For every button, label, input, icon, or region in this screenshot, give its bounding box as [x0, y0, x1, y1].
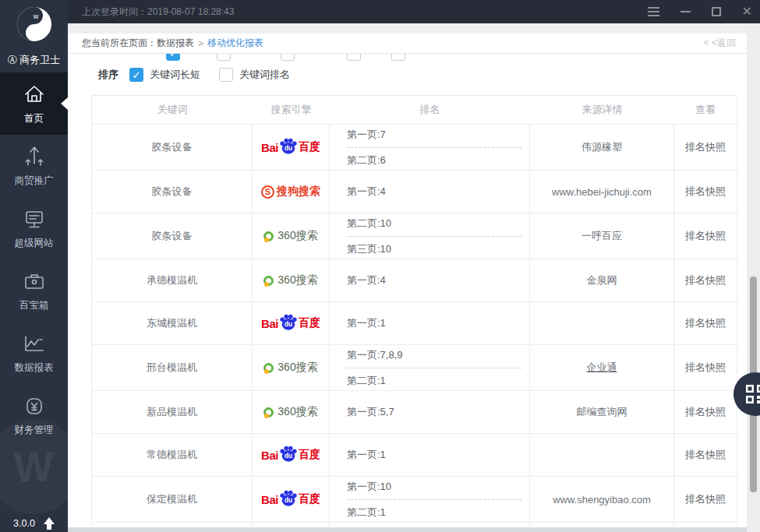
- column-header: 关键词: [92, 103, 253, 117]
- back-link[interactable]: < <返回: [704, 37, 736, 50]
- source-text[interactable]: 企业通: [587, 361, 617, 375]
- rank-cell: 第一页:5,7: [330, 391, 530, 433]
- rank-value: 第一页:4: [347, 273, 521, 287]
- view-snapshot-link[interactable]: 排名快照: [674, 345, 737, 390]
- home-icon: [22, 82, 47, 107]
- reports-icon: [22, 331, 47, 356]
- engine-filter-checkbox-3[interactable]: [281, 54, 295, 61]
- keyword-cell: 保定模温机: [92, 477, 253, 522]
- breadcrumb-prefix: 您当前所在页面：: [82, 37, 157, 50]
- source-cell: [530, 302, 674, 344]
- brand-badge-icon: Ⓐ: [8, 55, 17, 65]
- maximize-icon[interactable]: [712, 5, 721, 18]
- table-row: 承德模温机360搜索第一页:4金泉网排名快照: [92, 259, 737, 302]
- update-arrow-icon[interactable]: [44, 517, 55, 530]
- engine-cell: Baidu百度: [253, 302, 330, 344]
- view-snapshot-link[interactable]: 排名快照: [674, 391, 737, 433]
- rank-cell: 第一页:10第二页:1: [330, 477, 530, 522]
- source-cell: 伟源橡塑: [530, 125, 674, 170]
- content-panel: ✓ 排序 ✓关键词长短关键词排名 关键词搜索引擎排名来源详情查看 胶条设备Bai…: [68, 54, 747, 527]
- titlebar: 上次登录时间：2019-08-07 18:28:43 ✕: [68, 0, 760, 23]
- sort-options: ✓关键词长短关键词排名: [129, 68, 309, 82]
- table-row-partial: [92, 523, 737, 527]
- sort-label: 排序: [98, 68, 118, 82]
- rank-divider: [347, 236, 521, 237]
- sort-option-1[interactable]: ✓关键词长短: [129, 68, 200, 82]
- engine-filter-checkbox-1[interactable]: ✓: [166, 54, 180, 61]
- source-text: 伟源橡塑: [581, 140, 622, 154]
- sort-option-2[interactable]: 关键词排名: [219, 68, 290, 82]
- breadcrumb: 您当前所在页面： 数据报表 > 移动优化报表 < <返回: [68, 33, 747, 54]
- source-cell: www.hebei-jichuji.com: [530, 171, 674, 213]
- view-snapshot-link[interactable]: 排名快照: [674, 125, 737, 170]
- source-cell: 金泉网: [530, 259, 674, 301]
- view-snapshot-link[interactable]: 排名快照: [674, 477, 737, 522]
- version-row: 3.0.0: [0, 517, 68, 530]
- engine-cell: 360搜索: [253, 259, 330, 301]
- rank-cell: 第一页:7,8,9第二页:1: [330, 345, 530, 390]
- rank-value: 第二页:6: [347, 153, 521, 167]
- engine-filter-checkbox-4[interactable]: [347, 54, 361, 61]
- checkbox-icon[interactable]: [219, 68, 233, 82]
- keyword-cell: 邢台模温机: [92, 345, 253, 390]
- view-snapshot-link[interactable]: 排名快照: [674, 434, 737, 476]
- source-text: 邮编查询网: [577, 405, 627, 419]
- engine-cell: 360搜索: [253, 213, 330, 259]
- rank-cell: 第一页:4: [330, 171, 530, 213]
- sort-option-label: 关键词长短: [150, 68, 200, 82]
- column-header: 搜索引擎: [253, 103, 330, 117]
- rank-value: 第二页:1: [347, 374, 521, 388]
- source-text: www.hebei-jichuji.com: [552, 186, 652, 198]
- view-snapshot-link[interactable]: 排名快照: [674, 259, 737, 301]
- empty-cell: [92, 523, 253, 527]
- sogou-logo-icon: S搜狗搜索: [261, 185, 320, 199]
- view-snapshot-link[interactable]: 排名快照: [674, 171, 737, 213]
- empty-cell: [330, 523, 530, 527]
- checkbox-icon[interactable]: ✓: [129, 68, 143, 82]
- source-text: 一呼百应: [581, 229, 622, 243]
- keyword-cell: 新品模温机: [92, 391, 253, 433]
- rank-divider: [347, 499, 521, 500]
- engine-filter-checkbox-5[interactable]: [391, 54, 405, 61]
- table-row: 保定模温机Baidu百度第一页:10第二页:1www.shengyibao.co…: [92, 477, 737, 523]
- source-cell: 企业通: [530, 345, 674, 390]
- bottom-edge-strip: [68, 527, 747, 532]
- app-logo: w Ⓐ 商务卫士: [0, 0, 68, 72]
- hamburger-menu-icon[interactable]: [648, 5, 659, 18]
- source-cell: www.shengyibao.com: [530, 477, 674, 522]
- empty-cell: [530, 523, 674, 527]
- view-snapshot-link[interactable]: 排名快照: [674, 213, 737, 259]
- close-icon[interactable]: ✕: [742, 5, 752, 18]
- source-cell: [530, 434, 674, 476]
- sidebar-item-website[interactable]: 超级网站: [0, 197, 68, 259]
- rank-divider: [347, 368, 521, 368]
- source-text: www.shengyibao.com: [553, 494, 651, 506]
- sidebar-item-promotion[interactable]: 商贸推广: [0, 135, 68, 197]
- so360-logo-icon: 360搜索: [263, 273, 317, 287]
- svg-text:du: du: [285, 145, 292, 153]
- rank-value: 第一页:7: [347, 128, 521, 142]
- table-row: 新品模温机360搜索第一页:5,7邮编查询网排名快照: [92, 391, 737, 434]
- sidebar-item-label: 数据报表: [15, 361, 54, 375]
- rank-value: 第一页:10: [347, 480, 521, 494]
- sidebar-item-home[interactable]: 首页: [0, 72, 68, 135]
- table-row: 东城模温机Baidu百度第一页:1排名快照: [92, 302, 737, 345]
- rank-value: 第二页:10: [347, 217, 521, 231]
- sidebar-item-toolbox[interactable]: 百宝箱: [0, 259, 68, 322]
- table-header-row: 关键词搜索引擎排名来源详情查看: [92, 95, 737, 125]
- table-row: 胶条设备360搜索第二页:10第三页:10一呼百应排名快照: [92, 213, 737, 259]
- window-controls: ✕: [648, 5, 760, 18]
- keyword-cell: 东城模温机: [92, 302, 253, 344]
- engine-filter-checkbox-2[interactable]: [217, 54, 231, 61]
- table-row: 常德模温机Baidu百度第一页:1排名快照: [92, 434, 737, 477]
- minimize-icon[interactable]: [680, 5, 691, 18]
- column-header: 查看: [674, 103, 737, 117]
- rank-value: 第一页:4: [347, 185, 521, 199]
- view-snapshot-link[interactable]: 排名快照: [674, 302, 737, 344]
- vertical-scrollbar-track[interactable]: [747, 23, 760, 532]
- breadcrumb-parent: 数据报表: [157, 37, 194, 50]
- engine-cell: 360搜索: [253, 391, 330, 433]
- breadcrumb-current[interactable]: 移动优化报表: [207, 37, 263, 50]
- sidebar-item-reports[interactable]: 数据报表: [0, 322, 68, 384]
- engine-cell: S搜狗搜索: [253, 171, 330, 213]
